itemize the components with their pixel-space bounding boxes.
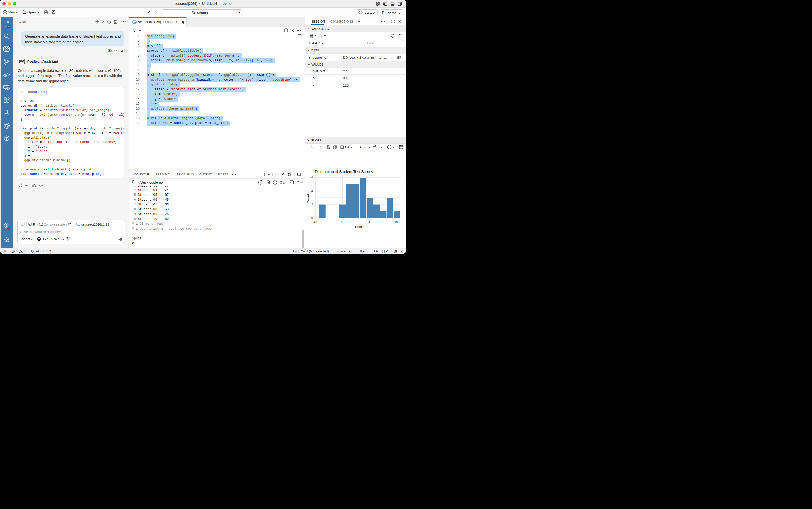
- svg-text:Count: Count: [306, 194, 310, 204]
- svg-text:4: 4: [311, 189, 313, 193]
- svg-text:c: c: [281, 182, 282, 185]
- svg-text:40: 40: [314, 220, 317, 224]
- svg-text:80: 80: [368, 220, 371, 224]
- svg-text:60: 60: [341, 220, 344, 224]
- svg-text:2: 2: [311, 203, 313, 206]
- svg-text:R: R: [360, 11, 362, 14]
- svg-text:6: 6: [311, 175, 313, 179]
- svg-text:Score: Score: [355, 225, 365, 229]
- svg-text:R: R: [108, 49, 111, 52]
- svg-text:R: R: [133, 21, 136, 24]
- svg-text:0: 0: [311, 216, 313, 219]
- svg-text:100: 100: [394, 220, 399, 224]
- svg-text:R: R: [29, 223, 31, 226]
- svg-text:R: R: [77, 223, 80, 226]
- svg-text:Distribution of Student Test S: Distribution of Student Test Scores: [315, 170, 373, 174]
